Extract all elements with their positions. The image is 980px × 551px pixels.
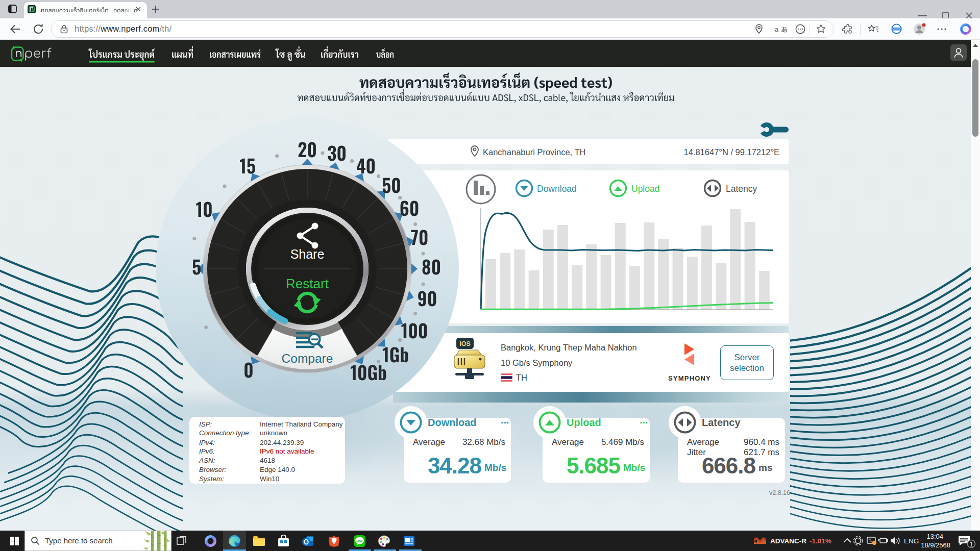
svg-text:System:: System: (199, 475, 224, 483)
svg-text:Upload: Upload (631, 184, 659, 194)
svg-text:IOS: IOS (459, 340, 471, 347)
svg-text:4618: 4618 (260, 457, 275, 464)
svg-text:LINE: LINE (356, 539, 363, 542)
svg-text:a: a (775, 26, 778, 33)
svg-text:IPv6 not available: IPv6 not available (260, 447, 314, 455)
svg-text:ISP:: ISP: (199, 420, 212, 428)
svg-text:202.44.239.39: 202.44.239.39 (260, 439, 304, 446)
svg-text:Compare: Compare (282, 352, 333, 365)
svg-text:Browser:: Browser: (199, 466, 227, 473)
svg-text:Latency: Latency (726, 184, 757, 194)
svg-text:Download: Download (537, 184, 577, 194)
svg-text:unknown: unknown (260, 429, 287, 437)
svg-text:Win10: Win10 (260, 475, 279, 483)
svg-text:Connection type:: Connection type: (199, 429, 251, 437)
svg-text:IPv4:: IPv4: (199, 439, 215, 446)
svg-text:SYMPHONY: SYMPHONY (668, 374, 711, 382)
svg-text:1: 1 (970, 541, 973, 548)
svg-text:Restart: Restart (286, 276, 329, 291)
svg-text:Internet Thailand Company: Internet Thailand Company (260, 420, 343, 428)
svg-text:IPv6:: IPv6: (199, 447, 215, 455)
svg-text:Edge 140.0: Edge 140.0 (260, 466, 295, 473)
svg-text:Share: Share (290, 247, 325, 261)
svg-text:ASN:: ASN: (199, 457, 215, 464)
